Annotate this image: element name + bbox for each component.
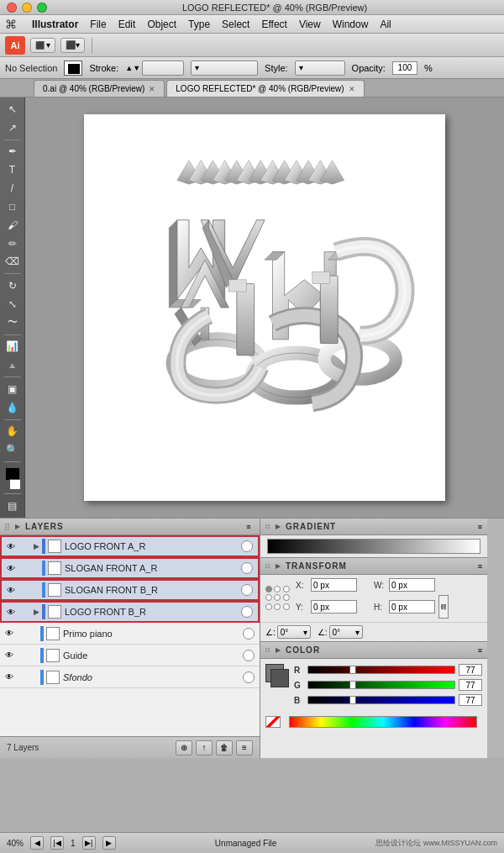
- layer-4-lock[interactable]: [17, 626, 29, 641]
- eyedropper-tool[interactable]: 💧: [3, 399, 23, 416]
- layer-4-target[interactable]: [243, 628, 255, 640]
- apple-menu[interactable]: ⌘: [5, 18, 17, 31]
- x-input[interactable]: 0 px: [311, 578, 357, 592]
- menu-view[interactable]: View: [299, 18, 321, 30]
- pen-tool[interactable]: ✒: [3, 144, 23, 161]
- fill-swatch[interactable]: [64, 61, 82, 76]
- angle-1-dropdown[interactable]: 0° ▾: [277, 625, 311, 639]
- r-slider-thumb[interactable]: [349, 666, 356, 674]
- layer-1-lock[interactable]: [18, 561, 30, 576]
- layer-row-4[interactable]: 👁 Primo piano: [0, 623, 260, 645]
- layer-2-target[interactable]: [241, 584, 253, 596]
- layer-row-3[interactable]: 👁 ▶ LOGO FRONT B_R: [0, 601, 260, 623]
- minimize-button[interactable]: [22, 3, 32, 13]
- constrain-proportions[interactable]: ⛓: [438, 595, 449, 619]
- layer-5-target[interactable]: [243, 650, 255, 661]
- layers-panel-menu[interactable]: ≡: [243, 521, 255, 533]
- swatch-foreground[interactable]: [270, 669, 289, 687]
- graph-tool[interactable]: 📊: [3, 338, 23, 355]
- zoom-tool[interactable]: 🔍: [3, 441, 23, 458]
- layer-1-target[interactable]: [241, 562, 253, 574]
- layer-2-lock[interactable]: [18, 582, 30, 598]
- direct-select-tool[interactable]: ↗: [3, 119, 23, 136]
- layer-4-eye[interactable]: 👁: [2, 626, 17, 641]
- b-value-input[interactable]: 77: [459, 694, 482, 706]
- warp-tool[interactable]: 〜: [3, 314, 23, 331]
- layer-0-target[interactable]: [241, 540, 253, 552]
- menu-illustrator[interactable]: Illustrator: [32, 18, 78, 30]
- layer-row-0[interactable]: 👁 ▶ LOGO FRONT A_R: [0, 535, 260, 557]
- layer-3-eye[interactable]: 👁: [3, 604, 18, 619]
- color-spectrum[interactable]: [289, 716, 477, 728]
- select-tool[interactable]: ↖: [3, 101, 23, 118]
- h-input[interactable]: 0 px: [389, 600, 435, 613]
- g-slider-track[interactable]: [307, 681, 455, 689]
- layer-row-6[interactable]: 👁 Sfondo: [0, 666, 260, 688]
- paintbrush-tool[interactable]: 🖌: [3, 217, 23, 234]
- layer-0-lock[interactable]: [18, 539, 30, 554]
- tab-0[interactable]: 0.ai @ 40% (RGB/Preview) ✕: [34, 80, 165, 97]
- layer-5-lock[interactable]: [17, 648, 29, 663]
- spectrum-none[interactable]: [265, 716, 281, 728]
- menu-ai[interactable]: Ail: [380, 18, 391, 30]
- r-slider-track[interactable]: [307, 666, 455, 674]
- layer-row-2[interactable]: 👁 SLOGAN FRONT B_R: [0, 579, 260, 601]
- layer-3-lock[interactable]: [18, 604, 30, 619]
- close-button[interactable]: [7, 3, 17, 13]
- b-slider-thumb[interactable]: [349, 696, 356, 704]
- menu-effect[interactable]: Effect: [261, 18, 286, 30]
- stroke-color[interactable]: [9, 479, 21, 490]
- last-page-btn[interactable]: ▶|: [82, 836, 96, 850]
- angle-2-dropdown[interactable]: 0° ▾: [329, 625, 363, 639]
- layer-6-lock[interactable]: [17, 670, 29, 685]
- blend-tool[interactable]: ⟁: [3, 356, 23, 373]
- type-tool[interactable]: T: [3, 161, 23, 178]
- first-page-btn[interactable]: |◀: [50, 836, 64, 850]
- layer-3-expand[interactable]: ▶: [30, 604, 42, 619]
- rect-tool[interactable]: □: [3, 198, 23, 215]
- menu-type[interactable]: Type: [188, 18, 210, 30]
- menu-file[interactable]: File: [90, 18, 106, 30]
- tab-1-close[interactable]: ✕: [349, 85, 355, 93]
- stroke-dropdown[interactable]: ▾: [191, 61, 258, 76]
- y-input[interactable]: 0 px: [311, 600, 357, 613]
- reference-point-grid[interactable]: [265, 586, 291, 611]
- menu-select[interactable]: Select: [222, 18, 249, 30]
- delete-layer-btn[interactable]: 🗑: [216, 740, 233, 756]
- maximize-button[interactable]: [37, 3, 47, 13]
- layer-options-btn[interactable]: ≡: [236, 740, 253, 756]
- layer-row-1[interactable]: 👁 SLOGAN FRONT A_R: [0, 557, 260, 579]
- style-dropdown[interactable]: ▾: [295, 61, 345, 76]
- layer-6-eye[interactable]: 👁: [2, 670, 17, 685]
- g-slider-thumb[interactable]: [349, 681, 356, 689]
- options-btn[interactable]: ⬛▾: [60, 38, 85, 53]
- rotate-tool[interactable]: ↻: [3, 277, 23, 294]
- gradient-tool[interactable]: ▣: [3, 381, 23, 398]
- layer-0-expand[interactable]: ▶: [30, 539, 42, 554]
- b-slider-track[interactable]: [307, 696, 455, 704]
- scale-tool[interactable]: ⤡: [3, 296, 23, 313]
- menu-window[interactable]: Window: [333, 18, 369, 30]
- menu-object[interactable]: Object: [147, 18, 176, 30]
- prev-page-btn[interactable]: ◀: [30, 836, 44, 850]
- line-tool[interactable]: /: [3, 180, 23, 197]
- transform-panel-menu[interactable]: ≡: [478, 562, 482, 571]
- color-panel-menu[interactable]: ≡: [478, 646, 482, 655]
- layer-3-target[interactable]: [241, 606, 253, 618]
- screen-mode-toggle[interactable]: ▤: [3, 498, 23, 514]
- next-page-btn[interactable]: ▶: [102, 836, 116, 850]
- add-layer-btn[interactable]: ⊕: [176, 740, 192, 756]
- hand-tool[interactable]: ✋: [3, 424, 23, 440]
- eraser-tool[interactable]: ⌫: [3, 253, 23, 270]
- layer-5-eye[interactable]: 👁: [2, 648, 17, 663]
- layer-6-target[interactable]: [243, 671, 255, 683]
- stroke-color-dropdown[interactable]: [142, 61, 184, 76]
- doc-selector[interactable]: ⬛▾: [30, 38, 55, 53]
- tab-0-close[interactable]: ✕: [149, 85, 155, 93]
- layer-0-eye[interactable]: 👁: [3, 539, 18, 554]
- pencil-tool[interactable]: ✏: [3, 235, 23, 252]
- opacity-input[interactable]: 100: [392, 61, 417, 75]
- w-input[interactable]: 0 px: [389, 578, 435, 592]
- layer-row-5[interactable]: 👁 Guide: [0, 645, 260, 666]
- tab-1[interactable]: LOGO REFLECTED* @ 40% (RGB/Preview) ✕: [166, 80, 364, 97]
